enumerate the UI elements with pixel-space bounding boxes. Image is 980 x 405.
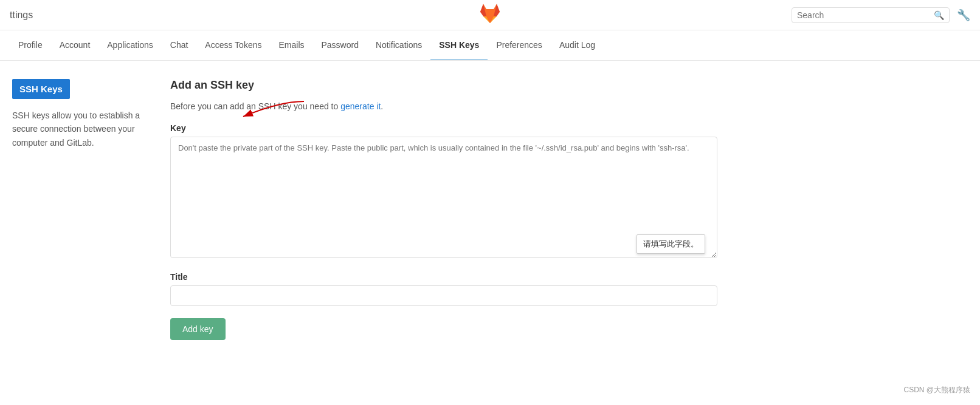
info-text-after: . (381, 101, 383, 111)
add-key-button[interactable]: Add key (170, 318, 226, 340)
page-title: ttings (10, 10, 33, 21)
tooltip-box: 请填写此字段。 (637, 234, 705, 254)
tab-chat[interactable]: Chat (162, 30, 197, 61)
header: ttings 🔍 🔧 (0, 0, 980, 30)
nav: Profile Account Applications Chat Access… (0, 30, 980, 61)
header-right: 🔍 🔧 (792, 7, 970, 23)
tab-notifications[interactable]: Notifications (367, 30, 430, 61)
title-label: Title (170, 272, 717, 282)
tab-access-tokens[interactable]: Access Tokens (196, 30, 270, 61)
key-label: Key (170, 123, 717, 133)
main-layout: SSH Keys SSH keys allow you to establish… (0, 61, 730, 358)
tab-audit-log[interactable]: Audit Log (551, 30, 604, 61)
generate-it-link[interactable]: generate it (340, 101, 381, 111)
title-input[interactable] (170, 285, 717, 306)
sidebar-title: SSH Keys (12, 79, 70, 99)
info-text-before: Before you can add an SSH key you need t… (170, 101, 340, 111)
tab-ssh-keys[interactable]: SSH Keys (430, 30, 488, 61)
title-form-group: Title (170, 272, 717, 306)
key-form-group: Key 请填写此字段。 (170, 123, 717, 260)
tab-password[interactable]: Password (313, 30, 367, 61)
logo (479, 3, 501, 27)
tab-account[interactable]: Account (51, 30, 99, 61)
sidebar: SSH Keys SSH keys allow you to establish… (12, 79, 146, 340)
search-input[interactable] (797, 10, 934, 20)
key-textarea[interactable] (170, 137, 717, 258)
wrench-icon[interactable]: 🔧 (957, 9, 970, 22)
tab-applications[interactable]: Applications (98, 30, 162, 61)
tab-emails[interactable]: Emails (270, 30, 312, 61)
tab-profile[interactable]: Profile (10, 30, 51, 61)
info-text: Before you can add an SSH key you need t… (170, 101, 717, 111)
content-area: Add an SSH key Before you can add an SSH… (146, 79, 717, 340)
search-icon: 🔍 (934, 10, 944, 20)
sidebar-description: SSH keys allow you to establish a secure… (12, 109, 146, 149)
search-box[interactable]: 🔍 (792, 7, 950, 23)
section-title: Add an SSH key (170, 79, 717, 92)
tab-preferences[interactable]: Preferences (488, 30, 550, 61)
